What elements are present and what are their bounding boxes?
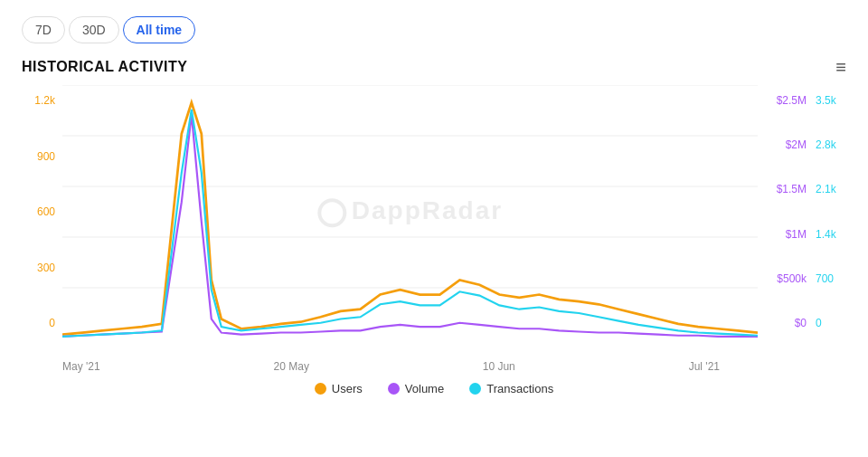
y-vol-2.5m: $2.5M bbox=[777, 94, 807, 107]
y-tx-1400: 1.4k bbox=[816, 228, 836, 241]
section-title: HISTORICAL ACTIVITY bbox=[22, 59, 187, 75]
time-btn-30d[interactable]: 30D bbox=[69, 16, 119, 43]
y-vol-1.5m: $1.5M bbox=[777, 183, 807, 195]
y-axis-left: 0 300 600 900 1.2k bbox=[22, 94, 62, 329]
x-label-jul21: Jul '21 bbox=[689, 360, 720, 373]
chart-svg: DappRadar bbox=[62, 85, 758, 338]
y-vol-1m: $1M bbox=[786, 228, 807, 241]
legend-label-users: Users bbox=[332, 382, 363, 395]
chart-area: 0 300 600 900 1.2k DappRadar bbox=[22, 85, 846, 384]
y-tx-2800: 2.8k bbox=[816, 138, 836, 151]
menu-icon[interactable]: ≡ bbox=[835, 58, 846, 76]
y-left-600: 600 bbox=[37, 205, 55, 218]
y-axis-right-tx: 0 700 1.4k 2.1k 2.8k 3.5k bbox=[810, 94, 846, 329]
legend: Users Volume Transactions bbox=[22, 382, 846, 395]
main-container: 7D 30D All time HISTORICAL ACTIVITY ≡ 0 … bbox=[0, 0, 868, 393]
y-vol-0: $0 bbox=[795, 317, 807, 329]
chart-wrapper: 0 300 600 900 1.2k DappRadar bbox=[22, 85, 846, 357]
legend-label-volume: Volume bbox=[405, 382, 444, 395]
y-tx-0: 0 bbox=[816, 317, 822, 329]
legend-transactions: Transactions bbox=[469, 382, 553, 395]
y-left-1200: 1.2k bbox=[34, 94, 55, 107]
y-axis-right-volume: $0 $500k $1M $1.5M $2M $2.5M bbox=[758, 94, 810, 329]
y-left-900: 900 bbox=[37, 150, 55, 163]
legend-dot-volume bbox=[388, 383, 400, 395]
x-label-may21: May '21 bbox=[62, 360, 100, 373]
y-left-300: 300 bbox=[37, 262, 55, 274]
y-vol-500k: $500k bbox=[777, 272, 807, 285]
x-axis: May '21 20 May 10 Jun Jul '21 bbox=[22, 357, 846, 373]
y-tx-700: 700 bbox=[816, 272, 834, 285]
y-tx-3500: 3.5k bbox=[816, 94, 836, 107]
legend-volume: Volume bbox=[388, 382, 444, 395]
line-chart-svg bbox=[62, 85, 758, 338]
time-filter: 7D 30D All time bbox=[22, 16, 846, 43]
legend-label-transactions: Transactions bbox=[486, 382, 553, 395]
time-btn-alltime[interactable]: All time bbox=[123, 16, 196, 43]
section-header: HISTORICAL ACTIVITY ≡ bbox=[22, 58, 846, 76]
x-label-20may: 20 May bbox=[274, 360, 309, 373]
y-vol-2m: $2M bbox=[786, 138, 807, 151]
legend-dot-users bbox=[315, 383, 326, 395]
y-tx-2100: 2.1k bbox=[816, 183, 836, 195]
x-label-10jun: 10 Jun bbox=[483, 360, 515, 373]
y-left-0: 0 bbox=[49, 317, 55, 329]
legend-users: Users bbox=[315, 382, 363, 395]
time-btn-7d[interactable]: 7D bbox=[22, 16, 65, 43]
legend-dot-transactions bbox=[469, 383, 481, 395]
